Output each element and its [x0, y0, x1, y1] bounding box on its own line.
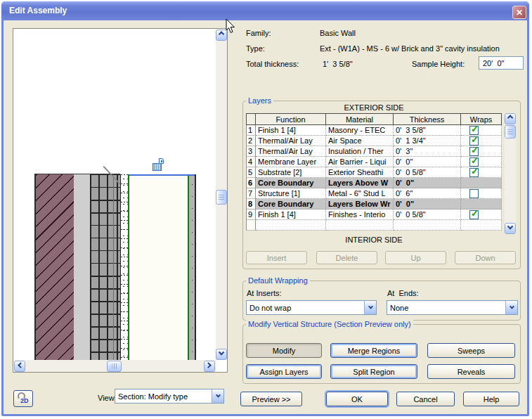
air-space-band: [74, 174, 90, 360]
layers-scroll-down-icon[interactable]: [505, 223, 516, 234]
preview-vscroll-thumb[interactable]: [216, 190, 227, 205]
layer-row-1[interactable]: 1 Finish 1 [4] Masonry - ETEC 0' 3 5/8": [246, 125, 502, 136]
screen: Edit Assembly ✕ Family: Basic Wall Type:…: [0, 0, 532, 419]
sample-height-label: Sample Height:: [412, 60, 465, 68]
layer-row-7[interactable]: 7 Structure [1] Metal - 6" Stud L 0' 6": [246, 188, 502, 199]
sample-height-input[interactable]: 20' 0": [479, 56, 524, 70]
layer-row-9[interactable]: 9 Finish 1 [4] Finishes - Interio 0' 0 5…: [246, 210, 502, 220]
wraps-checkbox[interactable]: [469, 168, 479, 177]
brick-layer-band: [36, 174, 74, 360]
2d-view-icon: 2D: [17, 392, 30, 405]
modify-button[interactable]: Modify: [246, 343, 322, 358]
wraps-checkbox[interactable]: [469, 136, 479, 146]
up-button[interactable]: Up: [385, 251, 446, 264]
layer-row-3[interactable]: 3 Thermal/Air Lay Insulation / Ther 0' 3…: [246, 146, 502, 157]
split-region-button[interactable]: Split Region: [330, 364, 417, 379]
exterior-side-label: EXTERIOR SIDE: [246, 103, 502, 112]
interior-side-label: INTERIOR SIDE: [246, 236, 502, 244]
layer-row-8-core-boundary[interactable]: 8 Core Boundary Layers Below Wr 0' 0": [246, 199, 502, 210]
type-label: Type:: [246, 44, 265, 53]
preview-2d-button[interactable]: 2D: [13, 390, 33, 407]
preview-scroll-right-icon[interactable]: [204, 361, 215, 372]
wraps-checkbox[interactable]: [469, 147, 479, 156]
at-inserts-select[interactable]: Do not wrap: [246, 300, 377, 315]
dialog-titlebar[interactable]: Edit Assembly: [1, 1, 529, 20]
dialog-title: Edit Assembly: [9, 6, 67, 15]
at-ends-label: At Ends:: [387, 289, 419, 297]
total-thickness-value: 1' 3 5/8": [323, 60, 353, 68]
family-value: Basic Wall: [320, 29, 356, 37]
cancel-button[interactable]: Cancel: [396, 392, 455, 406]
merge-regions-button[interactable]: Merge Regions: [330, 343, 417, 358]
table-header-row: Function Material Thickness Wraps: [246, 113, 502, 125]
sheathing-band: [121, 174, 128, 360]
wall-interior-face-line: [195, 174, 196, 360]
type-value: Ext - (W1A) - MS - 6 w/ Brick and 3" cav…: [320, 44, 500, 53]
total-thickness-label: Total thickness:: [246, 60, 299, 68]
layer-row-5[interactable]: 5 Substrate [2] Exterior Sheathi 0' 0 5/…: [246, 167, 502, 178]
stud-cavity-band: [129, 176, 188, 360]
wraps-checkbox[interactable]: [469, 189, 479, 198]
layer-row-empty[interactable]: [246, 220, 502, 231]
profile-badge-icon: [153, 158, 167, 172]
at-inserts-label: At Inserts:: [247, 289, 282, 297]
layer-row-2[interactable]: 2 Thermal/Air Lay Air Space 0' 1 3/4": [246, 136, 502, 146]
family-label: Family:: [246, 29, 271, 37]
wraps-checkbox[interactable]: [469, 210, 479, 219]
chevron-down-icon[interactable]: [364, 301, 376, 314]
assign-layers-button[interactable]: Assign Layers: [246, 364, 322, 379]
wraps-checkbox[interactable]: [469, 126, 479, 135]
view-select[interactable]: Section: Modify type: [115, 389, 224, 404]
preview-scroll-left-icon[interactable]: [14, 361, 25, 372]
at-ends-select[interactable]: None: [387, 300, 518, 315]
preview-toggle-button[interactable]: Preview >>: [240, 392, 302, 406]
col-num: [246, 113, 256, 125]
delete-button[interactable]: Delete: [316, 251, 377, 264]
insulation-band: [90, 174, 121, 360]
chevron-down-icon[interactable]: [212, 389, 223, 403]
insert-button[interactable]: Insert: [246, 251, 307, 264]
col-material: Material: [326, 113, 394, 125]
chevron-down-icon[interactable]: [505, 301, 517, 314]
interior-finish-band: [189, 176, 195, 360]
layer-row-6-core-boundary[interactable]: 6 Core Boundary Layers Above W 0' 0": [246, 178, 502, 188]
wall-section-preview: [14, 30, 215, 360]
default-wrapping-group-label: Default Wrapping: [246, 276, 310, 285]
col-wraps: Wraps: [461, 113, 502, 125]
reveals-button[interactable]: Reveals: [427, 364, 515, 379]
layer-row-4[interactable]: 4 Membrane Layer Air Barrier - Liqui 0' …: [246, 157, 502, 167]
modify-vertical-group-label: Modify Vertical Structure (Section Previ…: [246, 320, 413, 328]
layers-table: Function Material Thickness Wraps 1 Fini…: [246, 113, 502, 231]
help-button[interactable]: Help: [463, 392, 519, 406]
layers-scroll-up-icon[interactable]: [505, 113, 516, 124]
ok-button[interactable]: OK: [326, 392, 388, 406]
view-label: View:: [98, 394, 117, 402]
layers-vscroll-thumb[interactable]: [505, 125, 516, 138]
wraps-checkbox[interactable]: [469, 157, 479, 167]
preview-hscroll-thumb[interactable]: [107, 361, 122, 372]
close-icon[interactable]: ✕: [512, 6, 526, 19]
col-thickness: Thickness: [394, 113, 461, 125]
mouse-cursor-icon: [226, 19, 235, 34]
col-function: Function: [256, 113, 326, 125]
down-button[interactable]: Down: [455, 251, 516, 264]
sweeps-button[interactable]: Sweeps: [427, 343, 515, 358]
preview-scroll-down-icon[interactable]: [216, 349, 227, 360]
